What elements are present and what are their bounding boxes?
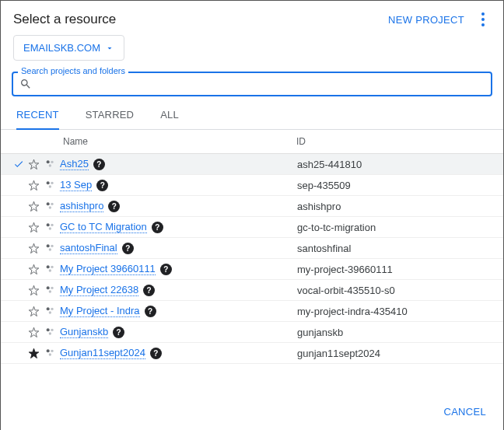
- table-row[interactable]: Ash25 ?ash25-441810: [1, 154, 503, 175]
- project-id: gunjan11sept2024: [297, 348, 380, 359]
- help-icon[interactable]: ?: [113, 327, 124, 338]
- svg-point-5: [49, 185, 51, 187]
- cancel-button[interactable]: CANCEL: [443, 406, 486, 418]
- star-icon[interactable]: [26, 306, 41, 317]
- svg-point-11: [49, 227, 51, 229]
- svg-point-4: [51, 182, 53, 184]
- svg-point-8: [49, 206, 51, 208]
- project-name-link[interactable]: My Project 22638: [60, 284, 138, 296]
- svg-point-28: [51, 350, 53, 352]
- project-name-link[interactable]: Gunjan11sept2024: [60, 347, 145, 359]
- help-icon[interactable]: ?: [145, 306, 156, 317]
- project-icon: [41, 242, 60, 254]
- svg-point-23: [49, 311, 51, 313]
- table-row[interactable]: GC to TC Migration ?gc-to-tc-migration: [1, 217, 503, 238]
- project-icon: [41, 263, 60, 275]
- svg-point-10: [51, 224, 53, 226]
- svg-point-25: [51, 329, 53, 331]
- table-row[interactable]: ashishpro ?ashishpro: [1, 196, 503, 217]
- tab-starred[interactable]: STARRED: [86, 109, 135, 129]
- project-icon: [41, 347, 60, 359]
- column-id: ID: [296, 136, 306, 147]
- svg-point-27: [47, 349, 50, 352]
- project-icon: [41, 179, 60, 191]
- table-row[interactable]: 13 Sep ?sep-435509: [1, 175, 503, 196]
- star-icon[interactable]: [26, 264, 41, 275]
- project-name-link[interactable]: My Project - Indra: [60, 305, 140, 317]
- table-row[interactable]: My Project 39660111 ?my-project-39660111: [1, 259, 503, 280]
- svg-point-18: [47, 286, 50, 289]
- svg-point-22: [51, 308, 53, 310]
- help-icon[interactable]: ?: [150, 348, 162, 359]
- project-name-link[interactable]: Gunjanskb: [60, 326, 108, 338]
- svg-point-1: [51, 161, 53, 163]
- star-icon[interactable]: [26, 159, 41, 170]
- tab-all[interactable]: ALL: [160, 109, 179, 129]
- help-icon[interactable]: ?: [93, 159, 105, 170]
- search-icon: [19, 78, 32, 90]
- project-name-link[interactable]: ashishpro: [60, 200, 103, 212]
- star-icon[interactable]: [26, 348, 41, 359]
- project-id: vocal-orbit-435510-s0: [297, 285, 395, 296]
- help-icon[interactable]: ?: [143, 285, 155, 296]
- svg-point-9: [47, 223, 50, 226]
- svg-point-21: [47, 307, 50, 310]
- svg-point-13: [51, 245, 53, 247]
- project-id: my-project-39660111: [297, 264, 393, 275]
- star-icon[interactable]: [26, 222, 41, 233]
- svg-point-20: [49, 290, 51, 292]
- svg-point-14: [49, 248, 51, 250]
- table-row[interactable]: My Project - Indra ?my-project-indra-435…: [1, 301, 503, 322]
- help-icon[interactable]: ?: [152, 222, 163, 233]
- organization-label: EMAILSKB.COM: [23, 42, 100, 54]
- dialog-title: Select a resource: [13, 12, 116, 27]
- star-icon[interactable]: [26, 201, 41, 212]
- table-header: Name ID: [1, 130, 503, 154]
- new-project-button[interactable]: NEW PROJECT: [388, 14, 464, 26]
- help-icon[interactable]: ?: [96, 180, 108, 191]
- project-id: gunjanskb: [297, 327, 343, 338]
- project-name-link[interactable]: santoshFinal: [60, 242, 117, 254]
- star-icon[interactable]: [26, 327, 41, 338]
- search-input[interactable]: [37, 79, 485, 90]
- project-icon: [41, 305, 60, 317]
- svg-point-15: [47, 265, 50, 268]
- svg-point-3: [47, 181, 50, 184]
- project-id: ashishpro: [297, 201, 341, 212]
- project-icon: [41, 200, 60, 212]
- project-name-link[interactable]: 13 Sep: [60, 179, 92, 191]
- column-name: Name: [63, 136, 296, 147]
- search-label: Search projects and folders: [18, 66, 128, 75]
- more-options-icon[interactable]: [475, 12, 491, 26]
- svg-point-16: [51, 266, 53, 268]
- svg-point-0: [47, 160, 50, 163]
- project-icon: [41, 284, 60, 296]
- project-id: gc-to-tc-migration: [297, 222, 376, 233]
- table-row[interactable]: santoshFinal ?santoshfinal: [1, 238, 503, 259]
- table-row[interactable]: Gunjanskb ?gunjanskb: [1, 322, 503, 343]
- project-name-link[interactable]: My Project 39660111: [60, 263, 156, 275]
- project-name-link[interactable]: GC to TC Migration: [60, 221, 147, 233]
- organization-selector[interactable]: EMAILSKB.COM: [13, 35, 124, 61]
- star-icon[interactable]: [26, 180, 41, 191]
- table-row[interactable]: My Project 22638 ?vocal-orbit-435510-s0: [1, 280, 503, 301]
- chevron-down-icon: [105, 44, 114, 53]
- star-icon[interactable]: [26, 285, 41, 296]
- check-icon: [12, 159, 26, 170]
- tab-recent[interactable]: RECENT: [16, 109, 59, 130]
- help-icon[interactable]: ?: [122, 243, 134, 254]
- svg-point-29: [49, 353, 51, 355]
- tabs: RECENTSTARREDALL: [1, 101, 503, 130]
- table-row[interactable]: Gunjan11sept2024 ?gunjan11sept2024: [1, 343, 503, 364]
- project-id: santoshfinal: [297, 243, 351, 254]
- project-icon: [41, 326, 60, 338]
- svg-point-6: [47, 202, 50, 205]
- svg-point-12: [47, 244, 50, 247]
- project-icon: [41, 221, 60, 233]
- project-name-link[interactable]: Ash25: [60, 158, 89, 170]
- help-icon[interactable]: ?: [160, 264, 172, 275]
- star-icon[interactable]: [26, 243, 41, 254]
- help-icon[interactable]: ?: [108, 201, 120, 212]
- svg-point-19: [51, 287, 53, 289]
- svg-point-7: [51, 203, 53, 205]
